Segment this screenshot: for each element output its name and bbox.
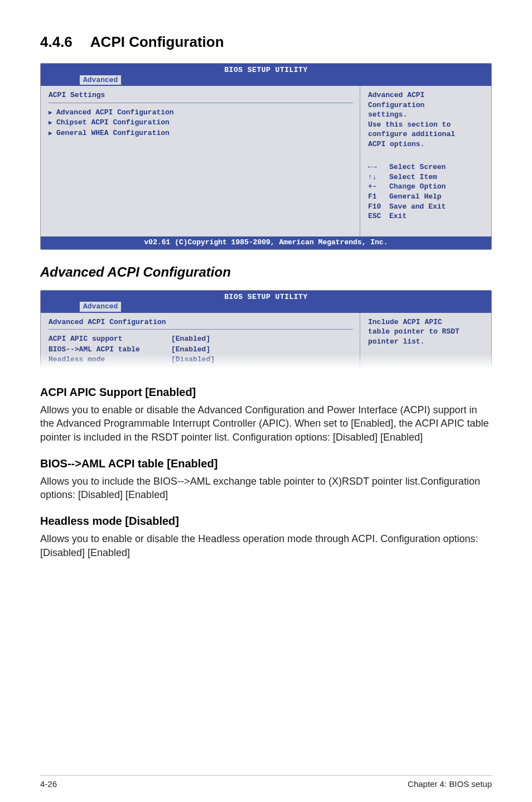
help-line: ACPI options. xyxy=(368,139,485,149)
acpi-settings-heading: ACPI Settings xyxy=(49,90,353,100)
menu-item: ▶ Advanced ACPI Configuration xyxy=(49,108,353,118)
bios-tab-row: Advanced xyxy=(41,75,491,86)
key-desc: Save and Exit xyxy=(389,202,446,212)
key-hint-row: ←→Select Screen xyxy=(368,162,485,172)
field-heading: ACPI APIC Support [Enabled] xyxy=(40,386,492,399)
bios-header: BIOS SETUP UTILITY Advanced xyxy=(41,64,491,86)
key-hint-row: ↑↓Select Item xyxy=(368,172,485,182)
key-desc: Select Item xyxy=(389,172,437,182)
help-line: pointer list. xyxy=(368,337,485,347)
tab-advanced: Advanced xyxy=(80,75,121,85)
setting-value: [Enabled] xyxy=(171,334,210,344)
help-line: Include ACPI APIC xyxy=(368,317,485,327)
bios-right-pane: Advanced ACPI Configuration settings. Us… xyxy=(360,86,491,236)
advanced-acpi-heading: Advanced ACPI Configuration xyxy=(49,317,353,327)
menu-item: ▶ General WHEA Configuration xyxy=(49,128,353,138)
menu-item-label: Advanced ACPI Configuration xyxy=(56,108,174,118)
menu-item-label: General WHEA Configuration xyxy=(56,128,170,138)
key-hints: ←→Select Screen ↑↓Select Item +-Change O… xyxy=(368,162,485,221)
key-hint-row: +-Change Option xyxy=(368,182,485,192)
key-hint-row: ESCExit xyxy=(368,211,485,221)
setting-value: [Enabled] xyxy=(171,345,210,355)
help-line: settings. xyxy=(368,110,485,120)
setting-label: Headless mode xyxy=(49,355,171,365)
divider xyxy=(49,329,353,330)
bios-header-title: BIOS SETUP UTILITY xyxy=(41,65,491,75)
key: ↑↓ xyxy=(368,172,389,182)
section-heading: 4.4.6ACPI Configuration xyxy=(40,33,492,51)
menu-item: ▶ Chipset ACPI Configuration xyxy=(49,118,353,128)
setting-row: BIOS-->AML ACPI table [Enabled] xyxy=(49,345,353,355)
page-footer: 4-26 Chapter 4: BIOS setup xyxy=(40,775,492,789)
key: +- xyxy=(368,182,389,192)
subsection-heading: Advanced ACPI Configuration xyxy=(40,264,492,280)
setting-row: ACPI APIC support [Enabled] xyxy=(49,334,353,344)
key-desc: Change Option xyxy=(389,182,446,192)
setting-label: BIOS-->AML ACPI table xyxy=(49,345,171,355)
page-number: 4-26 xyxy=(40,779,57,789)
key-desc: Exit xyxy=(389,211,407,221)
submenu-arrow-icon: ▶ xyxy=(49,109,56,117)
key-desc: General Help xyxy=(389,192,442,202)
field-description: Allows you to enable or disable the Adva… xyxy=(40,403,492,444)
help-line: table pointer to RSDT xyxy=(368,327,485,337)
bios-left-pane: ACPI Settings ▶ Advanced ACPI Configurat… xyxy=(41,86,360,236)
bios-screenshot-1: BIOS SETUP UTILITY Advanced ACPI Setting… xyxy=(40,63,492,250)
field-heading: BIOS-->AML ACPI table [Enabled] xyxy=(40,457,492,470)
section-number: 4.4.6 xyxy=(40,33,72,51)
bios-footer: v02.61 (C)Copyright 1985-2009, American … xyxy=(41,236,491,249)
submenu-arrow-icon: ▶ xyxy=(49,119,56,127)
help-line: Use this section to xyxy=(368,120,485,130)
chapter-label: Chapter 4: BIOS setup xyxy=(408,779,492,789)
section-title-text: ACPI Configuration xyxy=(90,33,224,50)
menu-item-label: Chipset ACPI Configuration xyxy=(56,118,170,128)
tab-advanced: Advanced xyxy=(80,302,121,312)
bios-tab-row: Advanced xyxy=(41,302,491,313)
help-line: Configuration xyxy=(368,100,485,110)
setting-label: ACPI APIC support xyxy=(49,334,171,344)
key-hint-row: F1General Help xyxy=(368,192,485,202)
field-description: Allows you to enable or disable the Head… xyxy=(40,532,492,559)
divider xyxy=(49,103,353,103)
bios-header: BIOS SETUP UTILITY Advanced xyxy=(41,291,491,313)
bios-header-title: BIOS SETUP UTILITY xyxy=(41,292,491,302)
bios-screenshot-2: BIOS SETUP UTILITY Advanced Advanced ACP… xyxy=(40,290,492,373)
bios-screenshot-2-wrapper: BIOS SETUP UTILITY Advanced Advanced ACP… xyxy=(40,290,492,373)
help-line: Advanced ACPI xyxy=(368,90,485,100)
setting-value: [Disabled] xyxy=(171,355,215,365)
key: ←→ xyxy=(368,162,389,172)
bios-right-pane: Include ACPI APIC table pointer to RSDT … xyxy=(360,313,491,372)
field-heading: Headless mode [Disabled] xyxy=(40,515,492,528)
help-line: configure additional xyxy=(368,129,485,139)
bios-body: ACPI Settings ▶ Advanced ACPI Configurat… xyxy=(41,86,491,236)
help-text: Advanced ACPI Configuration settings. Us… xyxy=(368,90,485,149)
key: F10 xyxy=(368,202,389,212)
setting-row: Headless mode [Disabled] xyxy=(49,355,353,365)
key-hint-row: F10Save and Exit xyxy=(368,202,485,212)
submenu-arrow-icon: ▶ xyxy=(49,129,56,138)
bios-left-pane: Advanced ACPI Configuration ACPI APIC su… xyxy=(41,313,360,372)
key: ESC xyxy=(368,211,389,221)
help-text: Include ACPI APIC table pointer to RSDT … xyxy=(368,317,485,351)
key-desc: Select Screen xyxy=(389,162,446,172)
bios-body: Advanced ACPI Configuration ACPI APIC su… xyxy=(41,313,491,372)
key: F1 xyxy=(368,192,389,202)
field-description: Allows you to include the BIOS-->AML exc… xyxy=(40,475,492,502)
